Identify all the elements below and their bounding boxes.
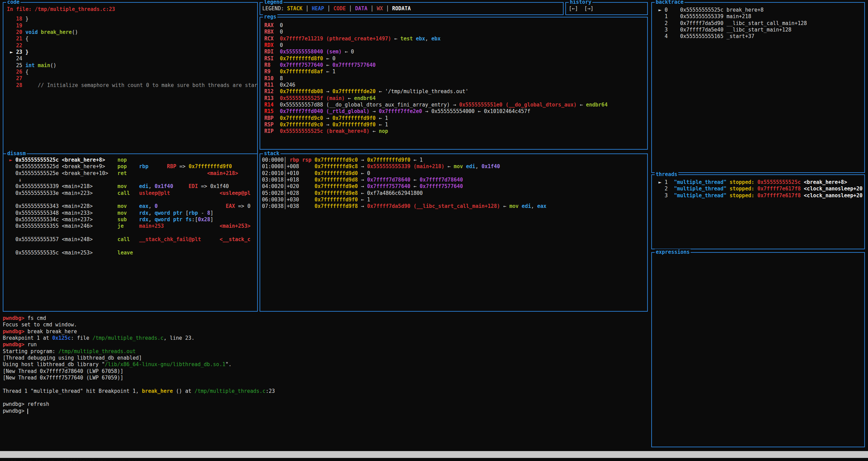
text-segment: 0x5555555551e0 (__do_global_dtors_aux)	[459, 102, 577, 108]
text-segment: run	[27, 341, 37, 348]
text-segment: 03:0018│+018	[262, 177, 315, 183]
text-segment: │	[383, 5, 392, 12]
backtrace-frame-row: ► 0 0x55555555525c break_here+8	[655, 7, 864, 13]
text-segment: ,	[148, 203, 154, 209]
text-segment: ←	[411, 183, 420, 189]
text-segment: ,	[148, 210, 154, 216]
registers-content: RAX 0RBX 0RCX 0x7ffff7e11219 (pthread_cr…	[260, 17, 647, 149]
text-segment: RSP	[264, 122, 280, 128]
text-segment: => 0x1f40	[198, 183, 229, 189]
text-segment: ← 0xf7a4866c62941800	[358, 190, 423, 196]
text-segment: EAX	[226, 203, 235, 209]
source-line: 27	[7, 75, 257, 82]
text-segment: eax	[537, 203, 546, 209]
text-segment: ,	[148, 216, 154, 223]
history-content: [←] [→]	[566, 3, 647, 14]
terminal-output[interactable]: pwndbg> fs cmdFocus set to cmd window.pw…	[3, 315, 646, 416]
text-segment: qword ptr	[154, 210, 182, 216]
text-segment: 27	[7, 75, 22, 82]
text-segment: }	[22, 16, 28, 22]
register-row: R11 0x246	[264, 82, 647, 88]
history-back-button[interactable]: [←]	[569, 5, 578, 12]
text-segment: 0x7fffffffd9f0	[332, 115, 376, 121]
register-row: RCX 0x7ffff7e11219 (pthread_create+1497)…	[264, 36, 647, 42]
text-segment: 0x7fffffffd9f0	[189, 163, 232, 170]
disassembly-line	[6, 230, 257, 236]
text-segment	[754, 186, 757, 192]
text-segment: <break_here+8>	[804, 179, 847, 185]
stack-row: 00:0000│ rbp rsp 0x7fffffffd9c0 → 0x7fff…	[262, 157, 647, 163]
threads-content: ► 1 "multiple_thread" stopped: 0x5555555…	[652, 175, 864, 249]
text-segment: 0x555555555339 (main+218)	[367, 163, 444, 170]
text-segment	[519, 203, 522, 209]
text-segment: RODATA	[392, 5, 411, 12]
history-forward-button[interactable]: [→]	[584, 5, 593, 12]
text-segment: DATA	[355, 5, 367, 12]
text-segment: /tmp/multiple_threads.c	[92, 335, 164, 341]
text-segment: RBP	[167, 163, 176, 170]
text-segment	[173, 183, 189, 189]
text-segment: 0x7ffff7da5d90 (__libc_start_call_main+1…	[367, 203, 500, 209]
text-segment: →	[358, 157, 367, 163]
text-segment: : file	[71, 335, 92, 341]
text-segment: <usleep@pl	[219, 190, 250, 196]
text-segment: 0x7fffffffd9e0	[315, 183, 358, 189]
text-segment: mov	[454, 163, 463, 170]
text-segment: edi	[466, 163, 475, 170]
status-bar-left-text: multi-thre Thread 0x7ffff7d797 In: break…	[1, 458, 140, 461]
text-segment: 05:0028│+028	[262, 190, 315, 196]
backtrace-frame-row: 4 0x555555555165 _start+37	[655, 33, 864, 40]
register-row: RBX 0	[264, 29, 647, 35]
text-segment: RDI	[264, 49, 280, 55]
text-segment: stopped:	[730, 179, 754, 185]
stack-row: 07:0038│+038 0x7fffffffd9f8 → 0x7ffff7da…	[262, 203, 647, 210]
text-segment: ()	[50, 62, 56, 68]
legend-panel: legend LEGEND: STACK │ HEAP │ CODE │ DAT…	[260, 2, 564, 15]
text-segment: => 0	[235, 203, 250, 209]
register-row: RSP 0x7fffffffd9c0 → 0x7fffffffd9f0 ← 1	[264, 122, 647, 128]
text-segment: __stack_chk_fail@plt	[139, 236, 201, 242]
text-segment: pop	[117, 163, 139, 170]
text-segment: rbp	[139, 163, 148, 170]
text-segment: /tmp/multiple_threads.c	[194, 388, 266, 394]
disassembly-line: 0x555555555348 <main+233> mov rdx, qword…	[6, 210, 257, 216]
source-lines: 18 } 19 20 void break_here() 21 { 22 ► 2…	[7, 16, 257, 89]
registers-panel: regs RAX 0RBX 0RCX 0x7ffff7e11219 (pthre…	[260, 17, 648, 150]
text-segment: 0x55555555525f (main)	[280, 95, 345, 101]
text-segment: ←	[500, 203, 509, 209]
text-segment: [Thread debugging using libthread_db ena…	[3, 355, 142, 361]
text-segment: edi	[522, 203, 531, 209]
text-segment: 0	[280, 42, 283, 48]
terminal-line: Thread 1 "multiple_thread" hit Breakpoin…	[3, 388, 646, 395]
text-segment: 0x7fffffffd9c8	[315, 163, 358, 170]
text-segment: 0	[280, 29, 283, 35]
text-segment: 0x7fffffffd9f8	[315, 203, 358, 209]
text-segment: 0x1f40	[481, 163, 500, 170]
text-segment: usleep@plt	[139, 190, 170, 196]
stack-row: 04:0020│+020 0x7fffffffd9e0 → 0x7ffff757…	[262, 183, 647, 190]
text-segment: mov	[117, 210, 139, 216]
text-segment: 0x555555555357 <main+248>	[6, 236, 117, 242]
text-segment: ,	[148, 183, 154, 189]
text-segment: 0	[280, 22, 283, 28]
register-row: R15 0x7ffff7ffd040 (_rtld_global) → 0x7f…	[264, 108, 647, 115]
text-segment: fs cmd	[27, 315, 46, 321]
text-segment: ► 0 0x55555555525c break_here+8	[655, 7, 764, 13]
text-segment: void	[22, 29, 38, 35]
text-segment: 0x55555555534c <main+237>	[6, 216, 117, 223]
text-segment: 00:0000	[262, 157, 284, 163]
text-segment: ".	[225, 361, 231, 367]
disassembly-line: 0x55555555534c <main+237> sub rdx, qword…	[6, 216, 257, 223]
text-segment: ►	[6, 157, 15, 163]
text-segment: =>	[176, 163, 189, 170]
text-segment: endbr64	[586, 102, 607, 108]
stack-row: 06:0030│+030 0x7fffffffd9f0 ← 1	[262, 197, 647, 203]
text-segment: call	[117, 236, 139, 242]
text-segment: /lib/x86_64-linux-gnu/libthread_db.so.1	[105, 361, 225, 367]
text-segment: 0x1f40	[154, 183, 173, 189]
text-segment: 07:0038│+038	[262, 203, 315, 209]
text-segment: LEGEND:	[262, 5, 287, 12]
text-segment: 25	[7, 62, 22, 68]
text-segment: │+008	[284, 163, 314, 170]
register-row: R8 0x7ffff7577640 ← 0x7ffff7577640	[264, 62, 647, 68]
